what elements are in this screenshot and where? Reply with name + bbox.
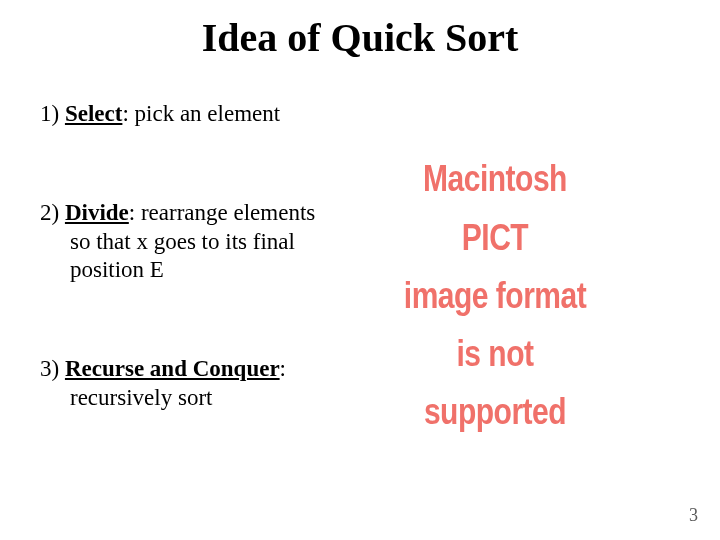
pict-placeholder: Macintosh PICT image format is not suppo… bbox=[395, 150, 595, 441]
step-desc: : bbox=[280, 356, 286, 381]
step-desc: : pick an element bbox=[122, 101, 280, 126]
step-number: 3) bbox=[40, 356, 65, 381]
step-label: Select bbox=[65, 101, 122, 126]
step-recurse: 3) Recurse and Conquer: recursively sort bbox=[40, 355, 370, 413]
step-number: 1) bbox=[40, 101, 65, 126]
step-label: Divide bbox=[65, 200, 129, 225]
slide: Idea of Quick Sort 1) Select: pick an el… bbox=[0, 0, 720, 540]
step-cont: so that x goes to its final bbox=[40, 228, 370, 257]
step-desc: : rearrange elements bbox=[129, 200, 315, 225]
slide-title: Idea of Quick Sort bbox=[0, 14, 720, 61]
step-divide: 2) Divide: rearrange elements so that x … bbox=[40, 199, 370, 285]
body-text: 1) Select: pick an element 2) Divide: re… bbox=[40, 100, 370, 413]
step-label: Recurse and Conquer bbox=[65, 356, 280, 381]
pict-line: is not supported bbox=[395, 324, 595, 440]
pict-line: Macintosh PICT bbox=[395, 150, 595, 266]
step-select: 1) Select: pick an element bbox=[40, 100, 370, 129]
pict-line: image format bbox=[395, 266, 595, 324]
step-number: 2) bbox=[40, 200, 65, 225]
step-cont: recursively sort bbox=[40, 384, 370, 413]
step-cont: position E bbox=[40, 256, 370, 285]
page-number: 3 bbox=[689, 505, 698, 526]
